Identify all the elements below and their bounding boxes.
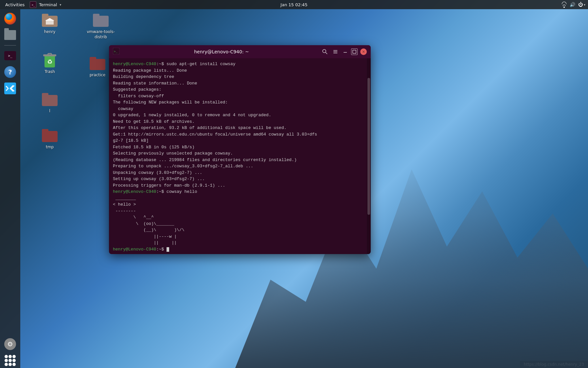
vmware-icon-label: vmware-tools-distrib — [84, 29, 117, 40]
dock: >_ ? ⚙ — [0, 9, 20, 368]
practice-icon-label: practice — [90, 73, 106, 78]
terminal-line-13: g2-7 [18.5 kB] — [113, 138, 149, 143]
topbar-datetime: Jan 15 02:45 — [280, 2, 307, 7]
terminal-scrollbar[interactable] — [367, 58, 371, 254]
terminal-dropdown-arrow[interactable]: ▾ — [60, 3, 61, 7]
terminal-line-2: Reading package lists... Done — [113, 68, 187, 73]
terminal-cow-8: || || — [113, 240, 177, 245]
terminal-titlebar: >_ henry@Lenovo-C940: ~ — [109, 45, 371, 58]
settings-dock-icon: ⚙ — [4, 338, 16, 350]
topbar: Activities >_ Terminal ▾ Jan 15 02:45 🔊 — [0, 0, 588, 9]
terminal-line-4: Reading state information... Done — [113, 81, 197, 86]
desktop-icon-vmware[interactable]: vmware-tools-distrib — [84, 12, 117, 40]
help-dock-icon: ? — [4, 66, 16, 78]
terminal-cow-1: ________ — [113, 196, 136, 201]
dock-item-help[interactable]: ? — [3, 64, 18, 80]
terminal-cmd-1: sudo apt-get install cowsay — [167, 62, 236, 66]
topbar-right: 🔊 ⏻ ▾ — [561, 2, 588, 8]
terminal-line-5: Suggested packages: — [113, 87, 161, 92]
practice-folder-icon — [90, 56, 105, 71]
terminal-close-button[interactable]: ✕ — [360, 48, 367, 55]
terminal-cow-6: (__)\ )\/\ — [113, 228, 184, 232]
terminal-line-7: The following NEW packages will be insta… — [113, 100, 228, 105]
desktop-icon-practice[interactable]: practice — [84, 56, 111, 78]
terminal-line-16: (Reading database ... 219984 files and d… — [113, 157, 297, 162]
terminal-cow-5: \ (oo)\_______ — [113, 221, 174, 226]
activities-button[interactable]: Activities — [3, 2, 27, 7]
vscode-dock-icon — [4, 83, 16, 94]
terminal-prompt-sep-3: :~$ — [156, 247, 167, 252]
terminal-cursor — [167, 247, 169, 252]
terminal-line-10: Need to get 18.5 kB of archives. — [113, 119, 195, 124]
desktop-icon-trash[interactable]: ♻ Trash — [37, 52, 63, 75]
tmp-icon-label: tmp — [46, 145, 54, 150]
terminal-search-button[interactable] — [321, 48, 329, 56]
tmp-folder-icon — [42, 128, 58, 143]
terminal-prompt-2: henry@Lenovo-C940 — [113, 189, 156, 194]
terminal-app-icon: >_ — [30, 1, 36, 8]
dock-item-terminal[interactable]: >_ — [3, 48, 18, 63]
dock-item-firefox[interactable] — [3, 11, 18, 26]
svg-text:>_: >_ — [32, 4, 35, 7]
volume-icon[interactable]: 🔊 — [570, 2, 576, 8]
terminal-line-19: Setting up cowsay (3.03+dfsg2-7) ... — [113, 176, 205, 181]
terminal-line-6: filters cowsay-off — [113, 94, 164, 99]
terminal-content[interactable]: henry@Lenovo-C940:~$ sudo apt-get instal… — [109, 58, 371, 254]
terminal-window: >_ henry@Lenovo-C940: ~ — [109, 45, 371, 254]
svg-rect-11 — [353, 50, 356, 53]
terminal-line-17: Preparing to unpack .../cowsay_3.03+dfsg… — [113, 164, 253, 169]
terminal-prompt-1: henry@Lenovo-C940 — [113, 62, 156, 66]
henry-folder-icon — [42, 12, 58, 28]
terminal-minimize-button[interactable] — [342, 48, 348, 55]
terminal-line-20: Processing triggers for man-db (2.9.1-1)… — [113, 183, 225, 188]
desktop-icon-tmp[interactable]: tmp — [37, 128, 63, 150]
terminal-prompt-sep-2: :~$ — [156, 189, 167, 194]
terminal-cmd-2: cowsay hello — [167, 189, 197, 194]
statusbar: https://blog.csdn.net/henry_23 — [520, 361, 588, 368]
terminal-line-12: Get:1 http://mirrors.ustc.edu.cn/ubuntu … — [113, 132, 317, 137]
svg-text:>_: >_ — [114, 50, 117, 53]
svg-point-5 — [323, 49, 326, 53]
terminal-dock-icon: >_ — [4, 51, 16, 60]
dock-item-files[interactable] — [3, 28, 18, 43]
dock-item-apps[interactable] — [3, 353, 18, 368]
dock-item-settings[interactable]: ⚙ — [3, 337, 18, 352]
desktop-icon-henry[interactable]: henry — [37, 12, 63, 35]
terminal-line-15: Selecting previously unselected package … — [113, 151, 233, 156]
topbar-terminal-label[interactable]: Terminal — [39, 2, 57, 7]
terminal-cow-2: < hello > — [113, 202, 136, 207]
vmware-folder-icon — [93, 12, 109, 28]
apps-grid-icon — [5, 355, 16, 366]
terminal-scrollbar-thumb[interactable] — [367, 78, 370, 215]
terminal-cow-7: ||----w | — [113, 234, 177, 239]
terminal-cow-3: -------- — [113, 209, 136, 213]
desktop-icon-l[interactable]: l — [37, 92, 63, 114]
terminal-menu-button[interactable] — [331, 48, 339, 56]
trash-icon-label: Trash — [45, 69, 55, 75]
network-icon[interactable] — [561, 2, 567, 8]
terminal-controls: ✕ — [321, 48, 367, 56]
l-icon-label: l — [49, 109, 50, 114]
l-folder-icon — [42, 92, 58, 107]
henry-icon-label: henry — [44, 29, 56, 35]
terminal-line-11: After this operation, 93.2 kB of additio… — [113, 125, 287, 130]
terminal-line-18: Unpacking cowsay (3.03+dfsg2-7) ... — [113, 170, 202, 175]
terminal-line-8: cowsay — [113, 106, 133, 111]
svg-line-6 — [326, 52, 327, 54]
terminal-maximize-button[interactable] — [351, 48, 358, 55]
dock-item-vscode[interactable] — [3, 81, 18, 96]
terminal-line-3: Building dependency tree — [113, 74, 174, 79]
dock-separator-1 — [4, 45, 16, 46]
power-area[interactable]: ⏻ ▾ — [578, 2, 585, 8]
terminal-line-9: 0 upgraded, 1 newly installed, 0 to remo… — [113, 113, 271, 118]
terminal-cow-4: \ ^__^ — [113, 215, 154, 220]
terminal-prompt-3: henry@Lenovo-C940 — [113, 247, 156, 252]
terminal-prompt-sep-1: :~$ — [156, 62, 167, 66]
trash-icon: ♻ — [42, 52, 58, 68]
topbar-left: Activities >_ Terminal ▾ — [0, 1, 61, 8]
terminal-line-14: Fetched 18.5 kB in 0s (125 kB/s) — [113, 145, 195, 150]
terminal-title: henry@Lenovo-C940: ~ — [122, 49, 321, 54]
terminal-titlebar-icon: >_ — [113, 48, 119, 56]
